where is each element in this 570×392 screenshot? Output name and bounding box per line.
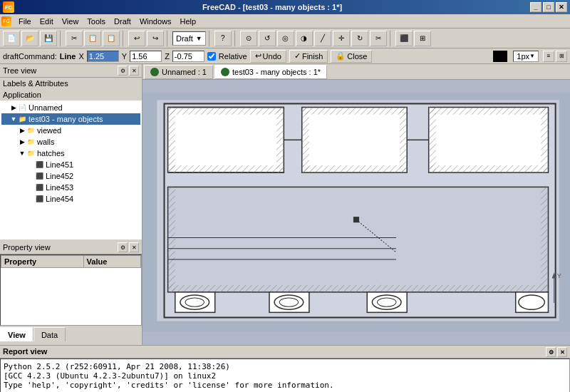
snap-button[interactable]: ⊙ [240,31,257,46]
view-top-button[interactable]: ⊞ [414,31,431,46]
svg-rect-7 [168,108,175,173]
expand-walls[interactable]: ▶ [19,138,26,145]
view-tab[interactable]: View [0,327,33,341]
value-col-header: Value [83,256,140,268]
svg-rect-13 [302,165,407,172]
view-data-tabs: View Data [0,326,142,341]
tree-label-line453: Line453 [46,183,73,192]
finish-icon: ✓ [294,51,301,61]
save-button[interactable]: 💾 [40,31,57,46]
redo-button[interactable]: ↪ [147,31,164,46]
tree-item-unnamed[interactable]: ▶ 📄 Unnamed [1,102,140,113]
z-label: Z [165,52,170,61]
view-3d-button[interactable]: ⬛ [395,31,413,46]
z-input[interactable] [172,51,204,62]
minimize-button[interactable]: _ [530,2,542,12]
dropdown-arrow: ▼ [196,35,202,42]
expand-viewed[interactable]: ▶ [19,127,26,134]
svg-rect-18 [429,165,549,172]
svg-text:Y: Y [557,272,561,279]
canvas-viewport[interactable]: Y [142,80,570,345]
separator-5 [234,31,237,46]
menu-edit[interactable]: Edit [36,16,58,27]
cut-button[interactable]: ✂ [66,31,83,46]
close-button[interactable]: ✕ [556,2,567,12]
labels-attributes-label: Labels & Attributes [0,78,142,89]
tree-label-hatches: hatches [37,149,65,158]
report-line-1: [GCC 4.2.3 (Ubuntu 4.2.3-2ubuntu7)] on l… [4,371,566,381]
copy-button[interactable]: 📋 [84,31,101,46]
rotate-button[interactable]: ↻ [351,31,368,46]
help-button[interactable]: ? [214,31,232,46]
property-config-button[interactable]: ⚙ [118,242,128,252]
tree-item-line453[interactable]: ▶ ⬛ Line453 [1,182,140,193]
y-input[interactable] [130,51,162,62]
separator-1 [60,31,63,46]
expand-test03[interactable]: ▼ [10,115,17,123]
relative-checkbox[interactable] [207,52,216,61]
data-tab[interactable]: Data [33,327,66,341]
folder-icon-walls: 📁 [26,137,36,147]
tree-label-line454: Line454 [46,195,73,203]
canvas-tab-test03[interactable]: test03 - many objects : 1* [214,65,327,79]
report-header-buttons: ⚙ ✕ [546,347,567,356]
svg-rect-8 [168,108,284,115]
line-width-control[interactable]: 1px ▼ [513,51,539,62]
paste-button[interactable]: 📋 [103,31,120,46]
tree-item-test03[interactable]: ▼ 📁 test03 - many objects [1,113,140,125]
finish-button[interactable]: ✓ Finish [289,50,328,63]
menu-view[interactable]: View [58,16,83,27]
move-button[interactable]: ✛ [333,31,350,46]
svg-rect-12 [302,108,407,115]
separator-4 [209,31,212,46]
canvas-tab-unnamed[interactable]: Unnamed : 1 [144,65,213,79]
svg-rect-9 [276,108,284,173]
menu-windows[interactable]: Windows [135,16,176,27]
view-btn-1[interactable]: ≡ [543,51,554,62]
menu-help[interactable]: Help [176,16,201,27]
report-close-button[interactable]: ✕ [557,347,567,357]
line-snap-button[interactable]: ╱ [314,31,331,46]
title-bar-controls: _ □ ✕ [530,2,567,12]
tree-item-viewed[interactable]: ▶ 📁 viewed [1,125,140,136]
draft-label: Draft [176,34,193,43]
color-picker[interactable] [493,51,507,62]
menu-file[interactable]: File [14,16,36,27]
report-config-button[interactable]: ⚙ [546,347,556,357]
close-cmd-button[interactable]: 🔒 Close [331,50,372,63]
arc-snap-button[interactable]: ◑ [296,31,313,46]
svg-rect-10 [168,165,284,172]
tree-item-line451[interactable]: ▶ ⬛ Line451 [1,159,140,170]
open-button[interactable]: 📂 [21,31,38,46]
tree-item-hatches[interactable]: ▼ 📁 hatches [1,148,140,159]
tree-label-walls: walls [37,138,54,146]
circle-snap-button[interactable]: ◎ [277,31,294,46]
menu-tools[interactable]: Tools [83,16,110,27]
undo-button[interactable]: ↩ [128,31,145,46]
draft-dropdown[interactable]: Draft ▼ [172,31,206,46]
menu-draft[interactable]: Draft [110,16,135,27]
property-close-button[interactable]: ✕ [129,242,139,252]
command-bar: draftCommand: Line X Y Z Relative ↩ Undo… [0,48,570,64]
x-label: X [78,52,83,61]
folder-icon-test03: 📁 [17,114,27,124]
tree-config-button[interactable]: ⚙ [118,66,128,76]
trim-button[interactable]: ✂ [370,31,387,46]
rotate-snap-button[interactable]: ↺ [259,31,276,46]
undo-icon: ↩ [255,51,261,61]
maximize-button[interactable]: □ [543,2,554,12]
report-line-2: Type 'help', 'copyright', 'credits' or '… [4,381,566,390]
main-toolbar: 📄 📂 💾 ✂ 📋 📋 ↩ ↪ Draft ▼ ? ⊙ ↺ ◎ ◑ ╱ ✛ ↻ … [0,29,570,48]
tree-item-walls[interactable]: ▶ 📁 walls [1,136,140,148]
undo-cmd-button[interactable]: ↩ Undo [250,50,286,63]
tree-item-line454[interactable]: ▶ ⬛ Line454 [1,193,140,205]
view-btn-2[interactable]: ⊞ [556,51,567,62]
tree-item-line452[interactable]: ▶ ⬛ Line452 [1,170,140,182]
x-input[interactable] [87,51,119,62]
tree-close-button[interactable]: ✕ [129,66,139,76]
new-button[interactable]: 📄 [3,31,20,46]
report-header-label: Report view [3,347,47,356]
expand-hatches[interactable]: ▼ [19,150,26,157]
expand-unnamed[interactable]: ▶ [10,104,17,111]
property-table: Property Value [1,255,141,325]
